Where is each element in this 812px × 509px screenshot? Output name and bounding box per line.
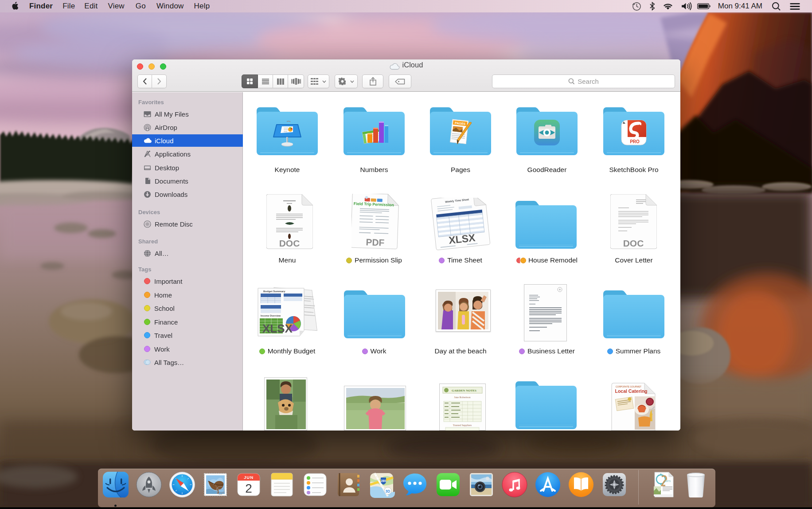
svg-text:XLSX: XLSX [262, 322, 293, 335]
svg-text:Trusted Suppliers: Trusted Suppliers [453, 424, 472, 427]
svg-text:JUN: JUN [244, 475, 254, 480]
svg-text:Jane Robertson: Jane Robertson [454, 396, 471, 399]
svg-text:GARDEN NOTES: GARDEN NOTES [452, 389, 476, 392]
svg-text:CORPORATE GOURMET: CORPORATE GOURMET [616, 385, 641, 388]
svg-text:DOC: DOC [623, 238, 644, 248]
svg-text:Local Catering: Local Catering [615, 388, 648, 394]
svg-text:2: 2 [245, 482, 252, 495]
svg-text:280: 280 [381, 479, 386, 482]
svg-text:Income Overview: Income Overview [261, 314, 281, 317]
svg-text:Budget Summary: Budget Summary [263, 290, 285, 293]
svg-text:airs: airs [665, 479, 671, 483]
svg-text:PDF: PDF [366, 237, 385, 247]
svg-text:3D: 3D [386, 489, 390, 493]
svg-text:DOC: DOC [279, 238, 300, 248]
svg-text:PRO: PRO [630, 139, 640, 144]
